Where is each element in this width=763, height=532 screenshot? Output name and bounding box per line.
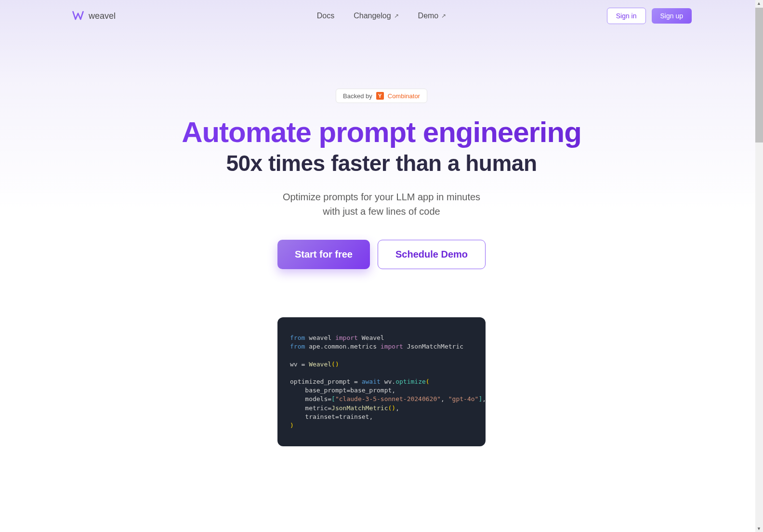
code-obj: wv. (384, 378, 395, 385)
code-kw: from (290, 343, 305, 350)
hero-headline: Automate prompt engineering (0, 117, 763, 148)
nav-label: Changelog (354, 12, 391, 20)
code-mod: weavel (309, 334, 331, 341)
code-str: "gpt-4o" (448, 395, 479, 402)
code-bracket: [ (331, 395, 335, 402)
backed-by-text: Backed by (343, 92, 372, 100)
logo-text: weavel (89, 11, 116, 21)
code-fn: optimize (395, 378, 426, 385)
tagline-line2: with just a few lines of code (323, 206, 440, 217)
code-comma: , (482, 395, 486, 402)
code-cls: Weavel (362, 334, 384, 341)
nav-link-docs[interactable]: Docs (317, 12, 334, 20)
scroll-up-icon[interactable]: ▲ (757, 1, 762, 6)
code-import: import (381, 343, 403, 350)
nav-label: Docs (317, 12, 334, 20)
auth-buttons: Sign in Sign up (607, 8, 692, 24)
code-comma: , (369, 413, 373, 420)
headline-sub: 50x times faster than a human (0, 150, 763, 176)
yc-name: Combinator (388, 92, 420, 100)
code-indent (290, 413, 305, 420)
headline-main: Automate prompt engineering (182, 116, 581, 148)
code-comma: , (392, 387, 395, 394)
tagline-line1: Optimize prompts for your LLM app in min… (283, 192, 480, 202)
code-comma: , (441, 395, 448, 402)
scroll-down-icon[interactable]: ▼ (757, 526, 762, 531)
cta-row: Start for free Schedule Demo (0, 240, 763, 269)
code-cls: JsonMatchMetric (331, 404, 388, 412)
logo[interactable]: weavel (71, 9, 116, 23)
code-str: "claude-3-5-sonnet-20240620" (335, 395, 441, 402)
code-indent (290, 387, 305, 394)
hero-section: Backed by Y Combinator Automate prompt e… (0, 32, 763, 446)
code-example: from weavel import Weavel from ape.commo… (277, 317, 486, 446)
signin-button[interactable]: Sign in (607, 8, 646, 24)
code-indent (290, 404, 305, 412)
start-free-button[interactable]: Start for free (277, 240, 370, 269)
scrollbar-track[interactable]: ▲ ▼ (755, 0, 763, 532)
scrollbar-thumb[interactable] (755, 8, 763, 143)
main-nav: Docs Changelog ↗ Demo ↗ (317, 12, 447, 20)
code-param: base_prompt=base_prompt (305, 387, 392, 394)
signup-button[interactable]: Sign up (652, 8, 692, 24)
code-paren: () (331, 361, 339, 368)
external-link-icon: ↗ (441, 13, 446, 19)
code-import: import (335, 334, 358, 341)
code-open: ( (426, 378, 430, 385)
code-kw: from (290, 334, 305, 341)
code-var: wv (290, 361, 298, 368)
code-paren: () (388, 404, 396, 412)
code-var: optimized_prompt (290, 378, 350, 385)
code-mod: ape.common.metrics (309, 343, 377, 350)
code-eq: = (301, 361, 305, 368)
hero-tagline: Optimize prompts for your LLM app in min… (0, 190, 763, 219)
external-link-icon: ↗ (394, 13, 399, 19)
nav-link-demo[interactable]: Demo ↗ (418, 12, 447, 20)
weavel-logo-icon (71, 9, 85, 23)
code-comma: , (395, 404, 399, 412)
code-close: ) (290, 422, 294, 429)
nav-link-changelog[interactable]: Changelog ↗ (354, 12, 398, 20)
code-param: trainset=trainset (305, 413, 369, 420)
yc-icon: Y (376, 92, 384, 100)
code-cls: JsonMatchMetric (407, 343, 463, 350)
code-param: metric= (305, 404, 331, 412)
yc-badge: Backed by Y Combinator (336, 89, 427, 103)
code-await: await (362, 378, 381, 385)
code-param: models= (305, 395, 331, 402)
site-header: weavel Docs Changelog ↗ Demo ↗ Sign in S… (0, 0, 763, 32)
code-indent (290, 395, 305, 402)
schedule-demo-button[interactable]: Schedule Demo (378, 240, 486, 269)
code-eq: = (354, 378, 358, 385)
code-cls: Weavel (309, 361, 331, 368)
nav-label: Demo (418, 12, 439, 20)
